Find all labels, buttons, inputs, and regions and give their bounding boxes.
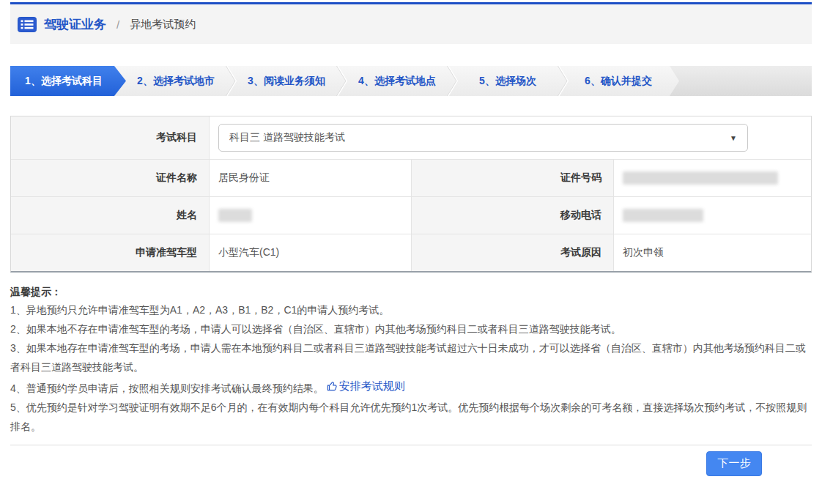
page: 驾驶证业务 / 异地考试预约 1、选择考试科目 2、选择考试地市 3、阅读业务须… [0, 0, 822, 476]
exam-subject-select[interactable]: 科目三 道路驾驶技能考试 ▼ [218, 124, 748, 152]
tip-item-2: 2、如果本地不存在申请准驾车型的考场，申请人可以选择省（自治区、直辖市）内其他考… [10, 319, 812, 338]
tip-item-4-text: 4、普通预约学员申请后，按照相关规则安排考试确认最终预约结果。 [10, 382, 324, 394]
next-step-button[interactable]: 下一步 [706, 451, 762, 476]
step-separator-icon [558, 66, 569, 96]
id-type-label: 证件名称 [11, 160, 209, 196]
id-number-label: 证件号码 [412, 160, 613, 196]
step-tabs-filler [670, 66, 812, 96]
tip-item-4: 4、普通预约学员申请后，按照相关规则安排考试确认最终预约结果。安排考试规则 [10, 377, 812, 398]
exam-reason-value: 初次申领 [614, 234, 811, 271]
id-type-value: 居民身份证 [210, 160, 411, 196]
tab-step-2[interactable]: 2、选择考试地市 [126, 66, 226, 96]
applicant-info-table: 考试科目 科目三 道路驾驶技能考试 ▼ 证件名称 居民身份证 证件号码 姓名 移… [10, 116, 812, 273]
list-icon [18, 17, 37, 32]
step-separator-icon [447, 66, 458, 96]
breadcrumb: 驾驶证业务 / 异地考试预约 [10, 4, 812, 44]
redacted-name [218, 209, 252, 222]
vehicle-type-value: 小型汽车(C1) [210, 234, 411, 271]
id-number-value [614, 160, 811, 196]
redacted-mobile [623, 209, 703, 222]
step-tabs: 1、选择考试科目 2、选择考试地市 3、阅读业务须知 4、选择考试地点 5、选择… [10, 66, 812, 96]
name-value [210, 197, 411, 234]
exam-subject-label: 考试科目 [11, 116, 209, 159]
tip-item-1: 1、异地预约只允许申请准驾车型为A1，A2，A3，B1，B2，C1的申请人预约考… [10, 300, 812, 319]
tip-item-5: 5、优先预约是针对学习驾驶证明有效期不足6个月的，在有效期内每个科目允许优先预约… [10, 398, 812, 436]
step-separator-icon [336, 66, 347, 96]
tip-item-3: 3、如果本地存在申请准驾车型的考场，申请人需在本地预约科目二或者科目三道路驾驶技… [10, 338, 812, 377]
exam-rules-link[interactable]: 安排考试规则 [324, 377, 405, 396]
footer-bar: 下一步 [10, 445, 812, 476]
breadcrumb-separator: / [116, 18, 119, 31]
breadcrumb-current: 异地考试预约 [130, 18, 196, 32]
exam-subject-selected-value: 科目三 道路驾驶技能考试 [229, 131, 345, 144]
vehicle-type-label: 申请准驾车型 [11, 234, 209, 271]
tips-title: 温馨提示： [10, 283, 812, 300]
exam-reason-label: 考试原因 [412, 234, 613, 271]
name-label: 姓名 [11, 197, 209, 234]
redacted-id-number [623, 171, 778, 185]
step-separator-icon [226, 66, 237, 96]
tips-section: 温馨提示： 1、异地预约只允许申请准驾车型为A1，A2，A3，B1，B2，C1的… [10, 283, 812, 436]
tab-step-5[interactable]: 5、选择场次 [458, 66, 558, 96]
mobile-value [614, 197, 811, 234]
thumb-up-icon [327, 381, 338, 392]
mobile-label: 移动电话 [412, 197, 613, 234]
tab-step-6[interactable]: 6、确认并提交 [569, 66, 668, 96]
exam-subject-cell: 科目三 道路驾驶技能考试 ▼ [210, 116, 811, 159]
breadcrumb-section[interactable]: 驾驶证业务 [44, 16, 106, 33]
dropdown-arrow-icon: ▼ [730, 134, 737, 142]
tab-step-3[interactable]: 3、阅读业务须知 [237, 66, 336, 96]
tab-step-1[interactable]: 1、选择考试科目 [10, 66, 126, 96]
tab-step-4[interactable]: 4、选择考试地点 [347, 66, 447, 96]
exam-rules-link-label: 安排考试规则 [339, 377, 405, 396]
